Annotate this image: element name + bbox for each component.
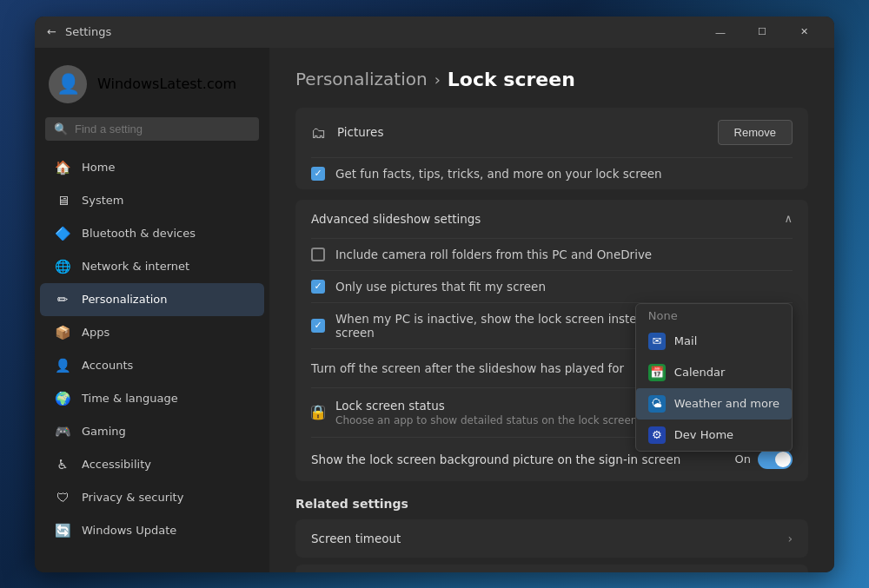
pictures-row: 🗂 Pictures Remove bbox=[295, 108, 808, 157]
inactive-row: ✓ When my PC is inactive, show the lock … bbox=[295, 303, 808, 348]
sidebar: 👤 WindowsLatest.com 🔍 🏠 Home 🖥 System 🔷 … bbox=[35, 48, 269, 572]
sidebar-item-accounts[interactable]: 👤 Accounts bbox=[40, 349, 264, 382]
system-icon: 🖥 bbox=[54, 192, 71, 209]
lock-status-icon: 🔒 bbox=[311, 406, 325, 420]
dropdown-item-calendar[interactable]: 📅 Calendar bbox=[636, 357, 792, 388]
dropdown-popup: None ✉ Mail 📅 Calendar 🌤 We bbox=[635, 303, 793, 452]
advanced-title: Advanced slideshow settings bbox=[311, 212, 481, 226]
toggle-container: On bbox=[735, 450, 793, 469]
sidebar-item-label: Network & internet bbox=[82, 260, 189, 273]
fun-facts-row[interactable]: ✓ Get fun facts, tips, tricks, and more … bbox=[295, 158, 808, 189]
dev-label: Dev Home bbox=[674, 428, 733, 441]
title-bar-left: ← Settings bbox=[47, 25, 111, 38]
sidebar-item-label: Gaming bbox=[82, 425, 126, 438]
lock-status-title: Lock screen status bbox=[335, 399, 637, 413]
related-title: Related settings bbox=[295, 497, 808, 511]
related-item-timeout[interactable]: Screen timeout › bbox=[295, 519, 808, 558]
sidebar-item-home[interactable]: 🏠 Home bbox=[40, 151, 264, 184]
privacy-icon: 🛡 bbox=[54, 489, 71, 506]
none-label: None bbox=[636, 304, 792, 326]
minimize-button[interactable]: — bbox=[700, 19, 740, 45]
search-box[interactable]: 🔍 bbox=[45, 117, 259, 141]
sidebar-item-label: Accounts bbox=[82, 359, 133, 372]
dev-icon: ⚙ bbox=[648, 426, 666, 444]
sign-in-label: Show the lock screen background picture … bbox=[311, 453, 680, 466]
maximize-button[interactable]: ☐ bbox=[742, 19, 782, 45]
apps-icon: 📦 bbox=[54, 324, 71, 341]
main-content: Personalization › Lock screen 🗂 Pictures… bbox=[269, 48, 834, 572]
sidebar-item-label: Accessibility bbox=[82, 458, 151, 471]
search-input[interactable] bbox=[75, 122, 250, 135]
content-area: 👤 WindowsLatest.com 🔍 🏠 Home 🖥 System 🔷 … bbox=[35, 48, 834, 572]
pictures-icon: 🗂 bbox=[311, 123, 327, 142]
back-button[interactable]: ← bbox=[47, 25, 56, 38]
sidebar-item-update[interactable]: 🔄 Windows Update bbox=[40, 514, 264, 547]
related-settings: Related settings Screen timeout › Screen… bbox=[295, 497, 808, 572]
network-icon: 🌐 bbox=[54, 258, 71, 275]
sidebar-item-privacy[interactable]: 🛡 Privacy & security bbox=[40, 481, 264, 514]
calendar-icon: 📅 bbox=[648, 364, 666, 381]
dropdown-item-weather[interactable]: 🌤 Weather and more bbox=[636, 388, 792, 420]
fit-screen-row[interactable]: ✓ Only use pictures that fit my screen bbox=[295, 271, 808, 302]
sidebar-item-label: Time & language bbox=[82, 392, 178, 405]
dropdown-item-mail[interactable]: ✉ Mail bbox=[636, 326, 792, 357]
sidebar-item-label: Privacy & security bbox=[82, 491, 183, 504]
update-icon: 🔄 bbox=[54, 522, 71, 539]
fit-screen-checkbox[interactable]: ✓ bbox=[311, 280, 325, 294]
weather-icon: 🌤 bbox=[648, 395, 666, 413]
pictures-row-left: 🗂 Pictures bbox=[311, 123, 383, 142]
sidebar-item-bluetooth[interactable]: 🔷 Bluetooth & devices bbox=[40, 217, 264, 250]
bluetooth-icon: 🔷 bbox=[54, 225, 71, 242]
inactive-checkbox[interactable]: ✓ bbox=[311, 319, 325, 333]
sidebar-item-system[interactable]: 🖥 System bbox=[40, 184, 264, 217]
sidebar-item-personalization[interactable]: ✏️ Personalization bbox=[40, 283, 264, 316]
remove-button[interactable]: Remove bbox=[718, 120, 793, 145]
time-icon: 🌍 bbox=[54, 390, 71, 407]
user-profile[interactable]: 👤 WindowsLatest.com bbox=[35, 56, 269, 117]
advanced-card: Advanced slideshow settings ∧ Include ca… bbox=[295, 200, 808, 481]
sidebar-item-label: System bbox=[82, 194, 123, 207]
sidebar-item-network[interactable]: 🌐 Network & internet bbox=[40, 250, 264, 283]
settings-window: ← Settings — ☐ ✕ 👤 WindowsLatest.com 🔍 🏠… bbox=[35, 17, 834, 572]
screen-timeout-label: Screen timeout bbox=[311, 532, 401, 545]
gaming-icon: 🎮 bbox=[54, 423, 71, 440]
personalization-icon: ✏️ bbox=[54, 291, 71, 308]
breadcrumb-current: Lock screen bbox=[448, 69, 575, 90]
weather-label: Weather and more bbox=[674, 397, 779, 410]
chevron-up-icon: ∧ bbox=[784, 212, 793, 225]
search-icon: 🔍 bbox=[54, 122, 68, 135]
home-icon: 🏠 bbox=[54, 159, 71, 176]
accounts-icon: 👤 bbox=[54, 357, 71, 374]
camera-roll-row[interactable]: Include camera roll folders from this PC… bbox=[295, 239, 808, 270]
window-title: Settings bbox=[65, 25, 111, 38]
sidebar-item-label: Personalization bbox=[82, 293, 168, 306]
pictures-card: 🗂 Pictures Remove ✓ Get fun facts, tips,… bbox=[295, 108, 808, 189]
lock-status-subtitle: Choose an app to show detailed status on… bbox=[335, 414, 637, 426]
fit-screen-label: Only use pictures that fit my screen bbox=[335, 280, 546, 294]
accessibility-icon: ♿ bbox=[54, 456, 71, 473]
sidebar-item-apps[interactable]: 📦 Apps bbox=[40, 316, 264, 349]
breadcrumb-parent[interactable]: Personalization bbox=[295, 69, 428, 89]
sidebar-item-time[interactable]: 🌍 Time & language bbox=[40, 382, 264, 415]
title-bar: ← Settings — ☐ ✕ bbox=[35, 17, 834, 48]
related-item-saver[interactable]: Screen saver ↗ bbox=[295, 565, 808, 572]
mail-label: Mail bbox=[674, 334, 697, 347]
chevron-right-icon: › bbox=[787, 532, 793, 545]
sidebar-item-accessibility[interactable]: ♿ Accessibility bbox=[40, 448, 264, 481]
camera-roll-checkbox[interactable] bbox=[311, 248, 325, 261]
sidebar-item-gaming[interactable]: 🎮 Gaming bbox=[40, 415, 264, 448]
pictures-label: Pictures bbox=[337, 125, 383, 139]
camera-roll-label: Include camera roll folders from this PC… bbox=[335, 248, 652, 261]
breadcrumb-separator: › bbox=[434, 70, 441, 89]
close-button[interactable]: ✕ bbox=[784, 19, 824, 45]
sidebar-item-label: Bluetooth & devices bbox=[82, 227, 196, 240]
dropdown-menu: None ✉ Mail 📅 Calendar 🌤 We bbox=[635, 303, 793, 452]
advanced-header[interactable]: Advanced slideshow settings ∧ bbox=[295, 200, 808, 238]
sign-in-toggle[interactable] bbox=[758, 450, 793, 469]
toggle-thumb bbox=[775, 452, 791, 467]
calendar-label: Calendar bbox=[674, 366, 725, 379]
fun-facts-checkbox[interactable]: ✓ bbox=[311, 167, 325, 181]
dropdown-item-dev[interactable]: ⚙ Dev Home bbox=[636, 420, 792, 451]
toggle-label: On bbox=[735, 453, 751, 466]
turn-off-label: Turn off the screen after the slideshow … bbox=[311, 361, 624, 375]
